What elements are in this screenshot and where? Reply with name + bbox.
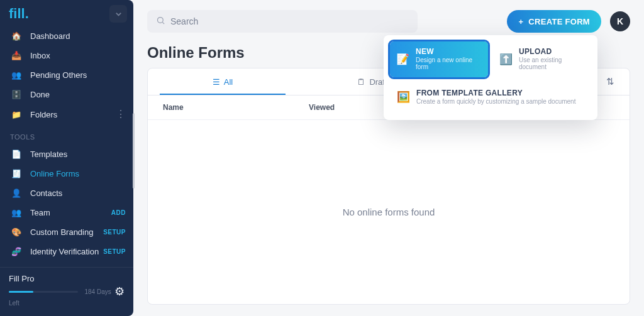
template-icon: 📄	[10, 150, 23, 159]
sidebar-item-folders[interactable]: 📁 Folders ⋮	[0, 104, 133, 124]
more-icon[interactable]: ⋮	[116, 109, 126, 119]
sort-button[interactable]: ⇅	[597, 68, 623, 95]
sidebar-item-label: Folders	[30, 110, 57, 119]
settings-button[interactable]: ⚙	[114, 285, 125, 298]
sidebar-item-label: Team	[30, 208, 50, 217]
plan-name: Fill Pro	[9, 274, 114, 283]
new-form-icon: 📝	[396, 53, 409, 66]
avatar[interactable]: K	[610, 11, 630, 31]
badge-setup: SETUP	[103, 248, 126, 255]
tab-label: All	[224, 77, 233, 87]
team-icon: 👥	[10, 208, 23, 217]
create-option-new[interactable]: 📝 NEW Design a new online form	[390, 41, 488, 77]
topbar: Search + CREATE FORM K	[147, 10, 630, 33]
form-icon: 🧾	[10, 169, 23, 178]
empty-state: No online forms found	[148, 120, 630, 304]
contact-icon: 👤	[10, 188, 23, 198]
sidebar-item-label: Online Forms	[30, 169, 79, 178]
sidebar-item-online-forms[interactable]: 🧾 Online Forms	[0, 164, 133, 183]
svg-point-0	[158, 18, 164, 23]
create-option-upload[interactable]: ⬆️ UPLOAD Use an existing document	[493, 41, 591, 77]
create-option-sub: Create a form quickly by customizing a s…	[416, 98, 575, 106]
plus-icon: +	[518, 17, 523, 26]
sidebar-item-templates[interactable]: 📄 Templates	[0, 144, 133, 164]
home-icon: 🏠	[10, 31, 23, 41]
chevron-right-icon	[116, 266, 126, 267]
sidebar-item-inbox[interactable]: 📥 Inbox	[0, 46, 133, 65]
palette-icon: 🎨	[10, 227, 23, 237]
sidebar-section-tools: TOOLS	[0, 124, 133, 144]
badge-setup: SETUP	[103, 229, 126, 236]
workspace-switcher[interactable]	[109, 5, 127, 23]
create-option-sub: Use an existing document	[519, 57, 585, 71]
sidebar: fill. 🏠 Dashboard 📥 Inbox 👥 Pending Othe…	[0, 0, 133, 316]
search-input[interactable]: Search	[147, 10, 418, 33]
svg-line-1	[162, 22, 164, 24]
sidebar-item-label: Pending Others	[30, 70, 87, 80]
tab-all[interactable]: ☰ All	[148, 70, 297, 94]
sidebar-item-label: Custom Branding	[30, 227, 93, 237]
draft-icon: 🗒	[357, 77, 365, 87]
archive-icon: 🗄️	[10, 90, 23, 99]
chevron-down-icon	[114, 9, 123, 19]
sidebar-item-team[interactable]: 👥 Team ADD	[0, 203, 133, 222]
brand-row: fill.	[0, 0, 133, 26]
column-viewed[interactable]: Viewed	[280, 103, 364, 112]
sidebar-item-label: Templates	[30, 150, 67, 159]
sidebar-item-integrations[interactable]: 🔗 Integrations & API	[0, 261, 133, 267]
create-option-title: UPLOAD	[519, 48, 585, 57]
plan-progress-bar	[9, 291, 78, 293]
empty-text: No online forms found	[343, 207, 435, 217]
search-icon	[156, 16, 165, 27]
inbox-icon: 📥	[10, 51, 23, 60]
sidebar-item-dashboard[interactable]: 🏠 Dashboard	[0, 26, 133, 46]
sidebar-item-label: Inbox	[30, 51, 50, 60]
column-name[interactable]: Name	[163, 103, 280, 112]
avatar-initial: K	[617, 16, 623, 26]
create-option-title: NEW	[416, 48, 482, 57]
fingerprint-icon: 🧬	[10, 247, 23, 256]
create-form-button[interactable]: + CREATE FORM	[507, 10, 601, 33]
sidebar-item-contacts[interactable]: 👤 Contacts	[0, 183, 133, 203]
create-form-label: CREATE FORM	[528, 17, 590, 26]
create-option-sub: Design a new online form	[416, 57, 482, 71]
brand-logo: fill.	[9, 6, 29, 22]
folder-icon: 📁	[10, 110, 23, 119]
main-content: Search + CREATE FORM K Online Forms ☰ Al…	[133, 0, 644, 316]
gallery-icon: 🖼️	[396, 90, 410, 104]
search-placeholder: Search	[170, 16, 198, 26]
sidebar-item-label: Done	[30, 90, 50, 99]
sidebar-item-identity-verification[interactable]: 🧬 Identity Verification SETUP	[0, 242, 133, 261]
sidebar-item-pending-others[interactable]: 👥 Pending Others	[0, 65, 133, 85]
badge-add: ADD	[111, 209, 126, 216]
sidebar-item-label: Identity Verification	[30, 247, 99, 256]
people-icon: 👥	[10, 70, 23, 80]
sidebar-item-custom-branding[interactable]: 🎨 Custom Branding SETUP	[0, 222, 133, 242]
create-option-title: FROM TEMPLATE GALLERY	[416, 89, 575, 98]
sort-icon: ⇅	[606, 76, 614, 87]
upload-icon: ⬆️	[499, 53, 513, 66]
sidebar-item-label: Dashboard	[30, 31, 70, 41]
sidebar-item-label: Contacts	[30, 188, 62, 198]
list-icon: ☰	[213, 77, 220, 87]
create-option-template[interactable]: 🖼️ FROM TEMPLATE GALLERY Create a form q…	[390, 81, 591, 114]
create-form-menu: 📝 NEW Design a new online form ⬆️ UPLOAD…	[384, 35, 597, 120]
sidebar-footer: Fill Pro 184 Days Left ⚙	[0, 267, 133, 316]
sidebar-item-done[interactable]: 🗄️ Done	[0, 85, 133, 104]
